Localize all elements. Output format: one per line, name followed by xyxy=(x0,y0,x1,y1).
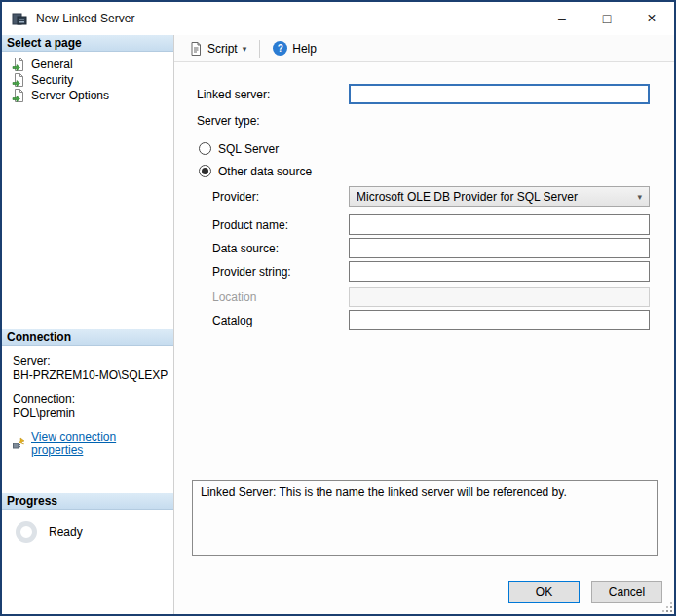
connection-header: Connection xyxy=(2,329,173,346)
linked-server-label: Linked server: xyxy=(197,88,349,101)
sidebar: Select a page General xyxy=(2,35,174,614)
provider-label: Provider: xyxy=(197,190,349,204)
server-value: BH-PRZREM10-MO\SQLEXPRES xyxy=(13,368,168,382)
progress-header: Progress xyxy=(2,493,173,510)
connection-properties-icon xyxy=(13,437,26,450)
linked-server-input[interactable] xyxy=(349,84,650,104)
location-input xyxy=(349,287,650,307)
select-page-section: Select a page General xyxy=(2,35,173,103)
location-label: Location xyxy=(197,290,349,304)
script-label: Script xyxy=(207,42,238,56)
window-title: New Linked Server xyxy=(36,12,134,25)
progress-spinner-icon xyxy=(16,521,37,543)
radio-other-data-source-circle[interactable] xyxy=(199,165,211,177)
progress-section: Progress Ready xyxy=(2,493,173,543)
page-icon xyxy=(12,89,25,102)
sidebar-item-server-options[interactable]: Server Options xyxy=(12,88,173,103)
sidebar-item-label: Server Options xyxy=(31,89,109,102)
catalog-input[interactable] xyxy=(349,310,650,330)
minimize-button[interactable]: – xyxy=(540,2,584,35)
provider-string-label: Provider string: xyxy=(197,265,349,279)
page-icon xyxy=(12,58,25,71)
dialog-body: Select a page General xyxy=(2,35,674,614)
sidebar-item-label: General xyxy=(31,58,73,71)
close-button[interactable]: × xyxy=(629,2,674,35)
new-linked-server-dialog: New Linked Server – □ × Select a page xyxy=(0,0,676,616)
description-box: Linked Server: This is the name the link… xyxy=(192,480,658,556)
help-button[interactable]: ? Help xyxy=(267,38,322,58)
connection-label: Connection: xyxy=(13,392,168,405)
main-panel: Script ▾ ? Help Linked server: Server ty… xyxy=(174,35,674,614)
script-button[interactable]: Script ▾ xyxy=(183,39,252,58)
footer: OK Cancel xyxy=(174,569,674,614)
window-controls: – □ × xyxy=(540,2,674,35)
page-icon xyxy=(12,73,25,87)
app-icon xyxy=(12,11,27,26)
maximize-button[interactable]: □ xyxy=(584,2,629,35)
script-icon xyxy=(189,42,203,56)
chevron-down-icon: ▾ xyxy=(243,44,247,54)
sidebar-item-label: Security xyxy=(31,73,73,87)
cancel-button[interactable]: Cancel xyxy=(591,581,662,603)
server-type-label: Server type: xyxy=(197,114,349,128)
ok-button[interactable]: OK xyxy=(508,581,580,603)
sidebar-item-general[interactable]: General xyxy=(12,57,173,72)
provider-dropdown[interactable]: Microsoft OLE DB Provider for SQL Server… xyxy=(349,186,650,207)
sidebar-item-security[interactable]: Security xyxy=(12,72,173,88)
help-label: Help xyxy=(292,42,317,56)
catalog-label: Catalog xyxy=(197,314,349,327)
help-icon: ? xyxy=(273,41,287,56)
data-source-input[interactable] xyxy=(349,238,650,258)
radio-sql-server-circle[interactable] xyxy=(199,142,211,155)
chevron-down-icon: ▾ xyxy=(637,192,642,202)
title-bar: New Linked Server – □ × xyxy=(2,2,674,35)
provider-selected-value: Microsoft OLE DB Provider for SQL Server xyxy=(357,190,631,204)
select-page-header: Select a page xyxy=(2,35,173,52)
connection-section: Connection Server: BH-PRZREM10-MO\SQLEXP… xyxy=(2,329,173,457)
radio-other-data-source-label: Other data source xyxy=(218,165,312,178)
radio-sql-server-label: SQL Server xyxy=(218,142,279,156)
linked-server-form: Linked server: Server type: SQL Server O… xyxy=(174,62,674,330)
server-label: Server: xyxy=(13,354,168,367)
data-source-label: Data source: xyxy=(197,242,349,255)
product-name-label: Product name: xyxy=(197,218,349,232)
provider-string-input[interactable] xyxy=(349,261,650,282)
toolbar-separator xyxy=(259,40,260,58)
product-name-input[interactable] xyxy=(349,214,650,235)
radio-other-data-source[interactable]: Other data source xyxy=(197,164,650,178)
page-list: General Security xyxy=(2,52,173,103)
toolbar: Script ▾ ? Help xyxy=(174,35,674,62)
resize-grip[interactable] xyxy=(661,601,673,613)
radio-sql-server[interactable]: SQL Server xyxy=(197,141,650,156)
view-connection-properties-link[interactable]: View connection properties xyxy=(31,430,168,457)
progress-status: Ready xyxy=(49,525,83,539)
connection-value: POL\premin xyxy=(13,406,168,420)
